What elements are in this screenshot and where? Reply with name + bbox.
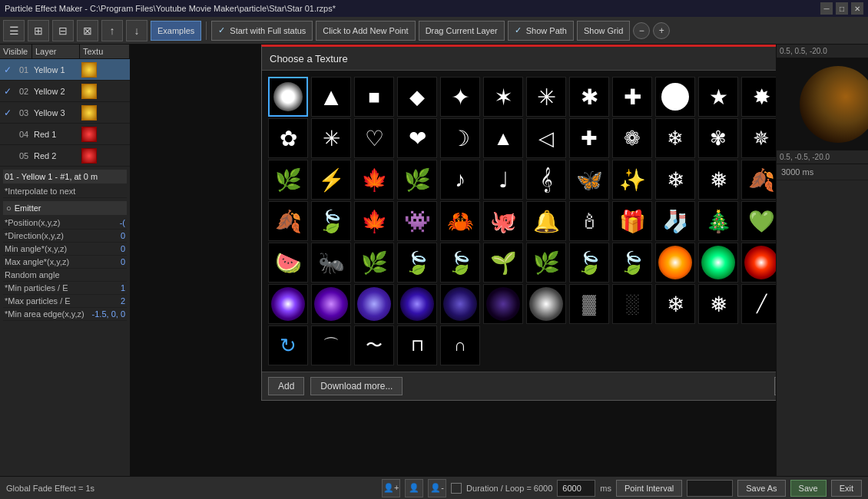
close-button[interactable]: ✕ — [851, 2, 863, 15]
random-angle-row[interactable]: Random angle — [3, 269, 127, 282]
exit-button[interactable]: Exit — [831, 480, 862, 497]
texture-butterfly[interactable]: 🦋 — [569, 160, 609, 200]
texture-wreath[interactable]: 💚 — [741, 201, 776, 241]
texture-smoke1[interactable]: ▓ — [569, 284, 609, 324]
texture-monster[interactable]: 👾 — [397, 201, 437, 241]
texture-heart[interactable]: ❤ — [397, 118, 437, 158]
texture-tree[interactable]: 🎄 — [698, 201, 738, 241]
texture-snowflake6[interactable]: ❅ — [698, 284, 738, 324]
save-button[interactable]: Save — [790, 480, 827, 497]
texture-wave1[interactable]: 〜 — [354, 326, 394, 365]
texture-circle-hard[interactable] — [655, 77, 695, 117]
drag-current-layer-button[interactable]: Drag Current Layer — [419, 21, 505, 41]
texture-glow-purple3[interactable] — [311, 284, 351, 324]
texture-curve2[interactable]: ↻ — [268, 326, 308, 365]
layer-checkbox-2[interactable]: ✓ — [0, 86, 15, 97]
texture-bump[interactable]: ∩ — [440, 326, 480, 365]
texture-leaf-green3[interactable]: 🍃 — [440, 243, 480, 283]
layer-row-3[interactable]: ✓ 03 Yellow 3 — [0, 102, 130, 124]
texture-music-note2[interactable]: ♩ — [483, 160, 523, 200]
toolbar-icon-2[interactable]: ⊞ — [28, 20, 49, 41]
layer-checkbox-1[interactable]: ✓ — [0, 64, 15, 75]
add-button[interactable]: Add — [268, 377, 304, 395]
texture-music-note[interactable]: ♪ — [440, 160, 480, 200]
texture-soft-circle[interactable] — [268, 77, 308, 117]
min-angle-row[interactable]: Min angle*(x,y,z) 0 — [3, 243, 127, 256]
examples-button[interactable]: Examples — [151, 21, 201, 41]
zoom-out-button[interactable]: − — [633, 22, 650, 39]
texture-line1[interactable]: ╱ — [741, 284, 776, 324]
toolbar-icon-1[interactable]: ☰ — [3, 20, 25, 41]
texture-leaf-fancy[interactable]: 🌿 — [397, 160, 437, 200]
texture-glow-green[interactable] — [698, 243, 738, 283]
download-more-button[interactable]: Download more... — [310, 377, 403, 395]
direction-row[interactable]: *Direction(x,y,z) 0 — [3, 230, 127, 243]
person-icon[interactable]: 👤 — [405, 479, 423, 497]
texture-glow-purple5[interactable] — [397, 284, 437, 324]
layer-texture-3[interactable] — [81, 105, 97, 121]
texture-cross[interactable]: ✚ — [569, 118, 609, 158]
texture-glow-red[interactable] — [741, 243, 776, 283]
texture-glow-orange[interactable] — [655, 243, 695, 283]
zoom-in-button[interactable]: + — [653, 22, 670, 39]
texture-leaf-dark2[interactable]: 🌿 — [526, 243, 566, 283]
loop-checkbox[interactable] — [451, 483, 462, 494]
save-as-button[interactable]: Save As — [737, 480, 785, 497]
texture-treble-clef[interactable]: 𝄞 — [526, 160, 566, 200]
layer-checkbox-3[interactable]: ✓ — [0, 107, 15, 118]
texture-snowflake-fancy[interactable]: ❄ — [655, 118, 695, 158]
texture-triangle[interactable]: ▲ — [311, 77, 351, 117]
texture-smoke2[interactable]: ░ — [612, 284, 652, 324]
maximize-button[interactable]: □ — [836, 2, 848, 15]
minimize-button[interactable]: ─ — [820, 2, 833, 15]
texture-chevron2[interactable]: ⌒ — [311, 326, 351, 365]
texture-leaf-dark[interactable]: 🍁 — [354, 201, 394, 241]
texture-flower-outline[interactable]: ✿ — [268, 118, 308, 158]
texture-crab[interactable]: 🦀 — [440, 201, 480, 241]
toolbar-icon-4[interactable]: ⊠ — [77, 20, 98, 41]
add-person-icon[interactable]: 👤+ — [382, 479, 400, 497]
texture-snowflake5[interactable]: ❄ — [655, 284, 695, 324]
layer-texture-4[interactable] — [81, 127, 97, 142]
point-interval-button[interactable]: Point Interval — [616, 480, 682, 497]
remove-person-icon[interactable]: 👤- — [428, 479, 446, 497]
layer-row-1[interactable]: ✓ 01 Yellow 1 — [0, 59, 130, 81]
texture-leaf-autumn[interactable]: 🍂 — [741, 160, 776, 200]
texture-leaf-green2[interactable]: 🍃 — [397, 243, 437, 283]
texture-arrow[interactable]: ▲ — [483, 118, 523, 158]
texture-crescent[interactable]: ☽ — [440, 118, 480, 158]
layer-row-2[interactable]: ✓ 02 Yellow 2 — [0, 81, 130, 102]
texture-star-5[interactable]: ★ — [698, 77, 738, 117]
texture-heart-outline[interactable]: ♡ — [354, 118, 394, 158]
toolbar-icon-down[interactable]: ↓ — [126, 20, 147, 41]
texture-leaf-dark4[interactable]: 🍃 — [612, 243, 652, 283]
texture-octopus[interactable]: 🐙 — [483, 201, 523, 241]
texture-snowflake4[interactable]: ❅ — [698, 160, 738, 200]
texture-ant[interactable]: 🐜 — [311, 243, 351, 283]
min-area-row[interactable]: *Min area edge(x,y,z) -1.5, 0, 0 — [3, 308, 127, 321]
max-angle-row[interactable]: Max angle*(x,y,z) 0 — [3, 256, 127, 269]
texture-maple-leaf[interactable]: 🍁 — [354, 160, 394, 200]
texture-chevron[interactable]: ◁ — [526, 118, 566, 158]
texture-leaf-green4[interactable]: 🌱 — [483, 243, 523, 283]
texture-star6-blur[interactable]: ✶ — [483, 77, 523, 117]
texture-lightning[interactable]: ⚡ — [311, 160, 351, 200]
texture-leaf-dark3[interactable]: 🍃 — [569, 243, 609, 283]
texture-snowflake3[interactable]: ❄ — [655, 160, 695, 200]
texture-stocking[interactable]: 🧦 — [655, 201, 695, 241]
texture-leaf-green1[interactable]: 🌿 — [354, 243, 394, 283]
texture-flower5[interactable]: ❁ — [612, 118, 652, 158]
texture-plus[interactable]: ✚ — [612, 77, 652, 117]
layer-texture-1[interactable] — [81, 62, 97, 78]
toolbar-icon-up[interactable]: ↑ — [101, 20, 123, 41]
show-path-button[interactable]: Show Path — [508, 21, 574, 41]
texture-glow-purple6[interactable] — [440, 284, 480, 324]
max-particles-row[interactable]: *Max particles / E 2 — [3, 295, 127, 308]
texture-glow-purple7[interactable] — [483, 284, 523, 324]
texture-star4[interactable]: ✦ — [440, 77, 480, 117]
layer-row-4[interactable]: 04 Red 1 — [0, 124, 130, 145]
texture-glow-purple2[interactable] — [268, 284, 308, 324]
texture-leaf-pale[interactable]: 🍃 — [311, 201, 351, 241]
start-full-status-button[interactable]: Start with Full status — [211, 21, 313, 41]
texture-square[interactable]: ■ — [354, 77, 394, 117]
